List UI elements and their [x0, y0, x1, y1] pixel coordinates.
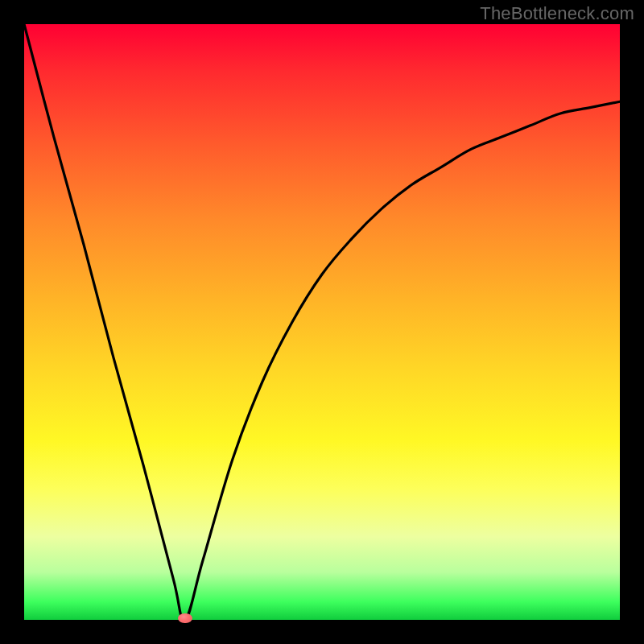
plot-area [24, 24, 620, 620]
bottleneck-curve [24, 24, 620, 620]
minimum-marker [178, 613, 192, 623]
watermark-text: TheBottleneck.com [480, 3, 634, 24]
curve-svg [24, 24, 620, 620]
chart-frame: TheBottleneck.com [0, 0, 644, 644]
